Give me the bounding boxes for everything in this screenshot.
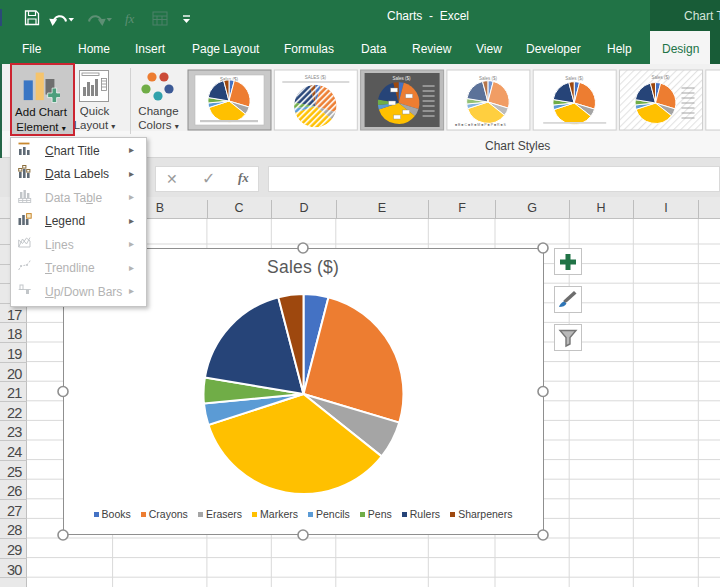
svg-text:SALES ($): SALES ($) [305,75,327,80]
svg-text:Sales ($): Sales ($) [565,76,584,81]
svg-text:■ B ■ C ■ E ■ M ■ P ■ P ■ R ■: ■ B ■ C ■ E ■ M ■ P ■ P ■ R ■ S [455,123,507,127]
svg-text:Sales ($): Sales ($) [393,76,412,81]
svg-text:fx: fx [125,11,135,26]
svg-text:Sales ($): Sales ($) [651,75,670,80]
